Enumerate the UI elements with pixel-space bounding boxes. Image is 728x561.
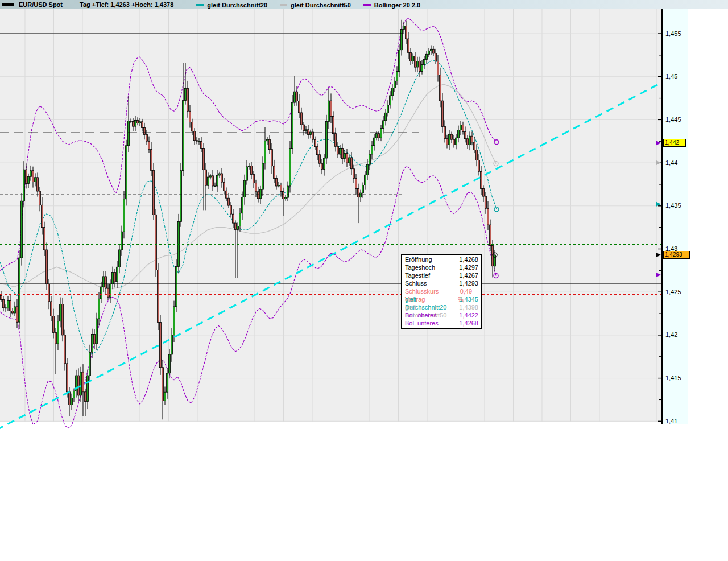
legend-item-3[interactable]: Bollinger 20 2.0 (363, 2, 420, 9)
tooltip-row: gleit Durchschnitt501,4398 (402, 303, 481, 311)
price-axis-line (661, 9, 663, 424)
tooltip-row: Schlusskurs Vortrag-0,49 % (402, 287, 481, 295)
legend-label: gleit Durchschnitt50 (291, 2, 351, 9)
legend-item-2[interactable]: gleit Durchschnitt50 (280, 2, 351, 9)
day-range-label: Tag +Tief: 1,4263 +Hoch: 1,4378 (80, 1, 173, 8)
axis-tick-label: 1,42 (665, 331, 677, 338)
legend-item-1[interactable]: gleit Durchschnitt20 (196, 2, 267, 9)
series-icon (2, 3, 14, 6)
tooltip-value: 1,4422 (459, 311, 478, 319)
tooltip-row: Eröffnung1,4268 (402, 255, 481, 263)
axis-tick-label: 1,445 (665, 116, 681, 123)
tooltip-label: Tagestief (405, 271, 430, 279)
tooltip-row: Bol. unteres1,4268 (402, 319, 481, 327)
axis-tick-label: 1,41 (665, 418, 677, 424)
tooltip-label: Schlusskurs Vortrag (405, 287, 458, 295)
legend: gleit Durchschnitt20gleit Durchschnitt50… (196, 1, 433, 9)
axis-tick-label: 1,415 (665, 374, 681, 381)
tooltip-row: gleit Durchschnitt201,4345 (402, 295, 481, 303)
tooltip-label: Bol. oberes (405, 311, 437, 319)
tooltip-value: 1,4293 (459, 279, 478, 287)
axis-tick-label: 1,44 (665, 159, 677, 166)
price-axis-strip (663, 9, 688, 424)
instrument-title: EUR/USD Spot (19, 1, 63, 8)
plot-background (0, 9, 661, 422)
tooltip-label: Bol. unteres (405, 319, 439, 327)
tooltip-value: 1,4267 (459, 271, 478, 279)
tooltip-value: 1,4268 (459, 255, 478, 263)
tooltip-value: 1,4268 (459, 319, 478, 327)
axis-tick-label: 1,455 (665, 30, 681, 37)
ohlc-tooltip: Eröffnung1,4268Tageshoch1,4297Tagestief1… (401, 254, 482, 329)
tooltip-label: Tageshoch (405, 263, 435, 271)
tooltip-label: gleit Durchschnitt50 (405, 303, 459, 311)
tooltip-row: Tageshoch1,4297 (402, 263, 481, 271)
price-chart-canvas[interactable] (0, 0, 728, 561)
tooltip-label: Schluss (405, 279, 427, 287)
bollinger-upper-price-tag: 1,442 (663, 139, 686, 147)
legend-swatch-icon (363, 4, 371, 6)
legend-label: gleit Durchschnitt20 (207, 2, 267, 9)
axis-tick-label: 1,425 (665, 288, 681, 295)
tooltip-label: gleit Durchschnitt20 (405, 295, 459, 303)
tooltip-value: 1,4345 (459, 295, 478, 303)
legend-label: Bollinger 20 2.0 (374, 2, 420, 9)
tooltip-value: 1,4297 (459, 263, 478, 271)
trading-chart-window: EUR/USD Spot Tag +Tief: 1,4263 +Hoch: 1,… (0, 0, 728, 561)
tooltip-value: -0,49 % (458, 287, 478, 295)
legend-swatch-icon (280, 4, 287, 6)
tooltip-label: Eröffnung (405, 255, 432, 263)
tooltip-value: 1,4398 (459, 303, 478, 311)
legend-swatch-icon (196, 4, 204, 6)
tooltip-row: Schluss1,4293 (402, 279, 481, 287)
chart-header: EUR/USD Spot Tag +Tief: 1,4263 +Hoch: 1,… (0, 0, 728, 9)
axis-tick-label: 1,45 (665, 73, 677, 80)
axis-tick-label: 1,435 (665, 202, 681, 209)
tooltip-row: Tagestief1,4267 (402, 271, 481, 279)
last-price-tag: 1,4293 (663, 251, 690, 259)
